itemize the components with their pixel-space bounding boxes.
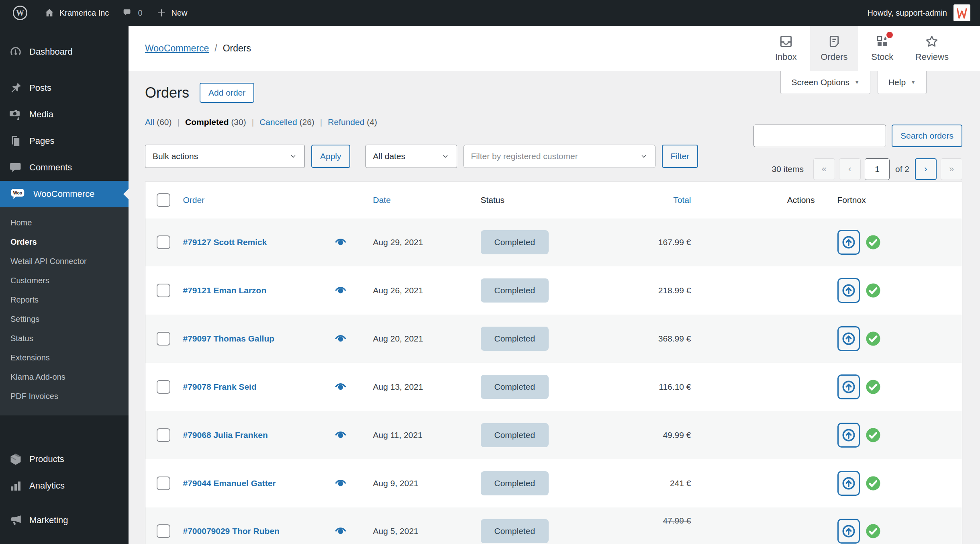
fortnox-upload-button[interactable] (837, 519, 860, 544)
menu-separator (0, 499, 129, 507)
select-all-checkbox[interactable] (157, 193, 170, 207)
plus-icon (156, 8, 167, 18)
sidebar-item-analytics[interactable]: Analytics (0, 472, 129, 499)
row-checkbox[interactable] (157, 284, 170, 297)
status-badge: Completed (481, 375, 549, 399)
fortnox-upload-button[interactable] (837, 278, 860, 303)
column-header-date[interactable]: Date (362, 182, 470, 218)
preview-eye-icon[interactable] (333, 285, 348, 296)
column-header-fortnox: Fortnox (828, 182, 962, 218)
bulk-actions-select[interactable]: Bulk actions (145, 145, 305, 168)
current-page-input[interactable] (865, 158, 890, 180)
svg-text:Woo: Woo (13, 191, 22, 195)
fortnox-upload-button[interactable] (837, 374, 860, 399)
site-menu-item[interactable]: Kramerica Inc (44, 8, 109, 18)
filter-cancelled-link[interactable]: Cancelled (26) (259, 117, 314, 127)
search-orders-input[interactable] (753, 125, 886, 147)
next-page-button[interactable]: › (915, 158, 937, 180)
breadcrumb-woocommerce-link[interactable]: WooCommerce (145, 43, 209, 54)
submenu-item-extensions[interactable]: Extensions (0, 348, 129, 367)
preview-eye-icon[interactable] (333, 381, 348, 393)
order-link[interactable]: #79078 Frank Seid (183, 382, 257, 391)
tab-inbox[interactable]: Inbox (762, 26, 810, 71)
filter-button[interactable]: Filter (662, 145, 698, 168)
order-link[interactable]: #79044 Emanuel Gatter (183, 479, 276, 488)
row-checkbox[interactable] (157, 524, 170, 538)
submenu-item-status[interactable]: Status (0, 329, 129, 348)
last-page-button[interactable]: » (941, 158, 962, 180)
order-total: 241 € (591, 459, 707, 507)
order-link[interactable]: #79127 Scott Remick (183, 237, 267, 247)
filter-refunded-link[interactable]: Refunded (4) (328, 117, 377, 127)
chevron-down-icon: ▼ (911, 79, 916, 85)
order-link[interactable]: #79097 Thomas Gallup (183, 334, 275, 343)
submenu-item-customers[interactable]: Customers (0, 271, 129, 290)
column-header-order[interactable]: Order (171, 182, 362, 218)
sidebar-item-label: Marketing (29, 515, 68, 526)
fortnox-upload-button[interactable] (837, 471, 860, 496)
submenu-item-pdf-invoices[interactable]: PDF Invoices (0, 387, 129, 406)
row-checkbox[interactable] (157, 332, 170, 346)
order-link[interactable]: #79068 Julia Franken (183, 430, 268, 440)
preview-eye-icon[interactable] (333, 333, 348, 344)
fortnox-upload-button[interactable] (837, 230, 860, 255)
first-page-button[interactable]: « (813, 158, 835, 180)
order-link[interactable]: #79121 Eman Larzon (183, 286, 267, 295)
sidebar-item-pages[interactable]: Pages (0, 128, 129, 154)
row-checkbox[interactable] (157, 380, 170, 394)
wordpress-logo-icon[interactable]: W (12, 5, 28, 21)
sidebar-item-posts[interactable]: Posts (0, 75, 129, 101)
tab-reviews[interactable]: Reviews (906, 26, 958, 71)
filter-completed-link[interactable]: Completed (30) (185, 117, 246, 127)
order-total: 167.99 € (591, 218, 707, 266)
submenu-item-orders[interactable]: Orders (0, 232, 129, 252)
site-name: Kramerica Inc (59, 8, 109, 18)
filter-all-link[interactable]: All (60) (145, 117, 172, 127)
fortnox-upload-button[interactable] (837, 423, 860, 448)
preview-eye-icon[interactable] (333, 526, 348, 537)
apply-button[interactable]: Apply (311, 145, 350, 168)
help-tab[interactable]: Help ▼ (878, 71, 927, 94)
submenu-item-wetail-api-connector[interactable]: Wetail API Connector (0, 252, 129, 271)
submenu-item-settings[interactable]: Settings (0, 309, 129, 329)
status-badge: Completed (481, 471, 549, 495)
howdy-text[interactable]: Howdy, support-admin (867, 8, 947, 18)
home-icon (44, 8, 55, 18)
order-total: 47.99 € (591, 507, 707, 544)
dates-select[interactable]: All dates (365, 145, 457, 168)
help-label: Help (888, 78, 906, 87)
new-label: New (172, 8, 188, 18)
preview-eye-icon[interactable] (333, 478, 348, 489)
preview-eye-icon[interactable] (333, 429, 348, 441)
sidebar-item-marketing[interactable]: Marketing (0, 507, 129, 534)
screen-options-tab[interactable]: Screen Options ▼ (780, 71, 870, 94)
avatar[interactable] (953, 4, 970, 21)
row-checkbox[interactable] (157, 235, 170, 249)
preview-eye-icon[interactable] (333, 237, 348, 248)
submenu-item-home[interactable]: Home (0, 213, 129, 232)
row-checkbox[interactable] (157, 477, 170, 490)
submenu-item-reports[interactable]: Reports (0, 290, 129, 309)
sidebar-item-dashboard[interactable]: Dashboard (0, 39, 129, 65)
sidebar-item-media[interactable]: Media (0, 101, 129, 128)
sidebar-item-comments[interactable]: Comments (0, 154, 129, 181)
add-order-button[interactable]: Add order (200, 83, 254, 103)
submenu-item-klarna-add-ons[interactable]: Klarna Add-ons (0, 367, 129, 387)
row-checkbox[interactable] (157, 428, 170, 442)
tab-label: Inbox (775, 52, 797, 62)
column-header-actions: Actions (707, 182, 828, 218)
sidebar-item-woocommerce[interactable]: Woo WooCommerce (0, 181, 129, 207)
order-link[interactable]: #700079029 Thor Ruben (183, 526, 280, 536)
page-title: Orders (145, 84, 189, 101)
comments-menu-item[interactable]: 0 (122, 8, 142, 18)
fortnox-upload-button[interactable] (837, 326, 860, 351)
customer-filter-select[interactable]: Filter by registered customer (463, 145, 655, 168)
sidebar-item-products[interactable]: Products (0, 446, 129, 472)
column-header-total[interactable]: Total (591, 182, 707, 218)
order-total: 116.10 € (591, 363, 707, 411)
new-menu-item[interactable]: New (156, 8, 188, 18)
tab-orders[interactable]: Orders (810, 26, 858, 71)
prev-page-button[interactable]: ‹ (839, 158, 861, 180)
search-orders-button[interactable]: Search orders (892, 125, 962, 147)
tab-stock[interactable]: Stock (858, 26, 906, 71)
